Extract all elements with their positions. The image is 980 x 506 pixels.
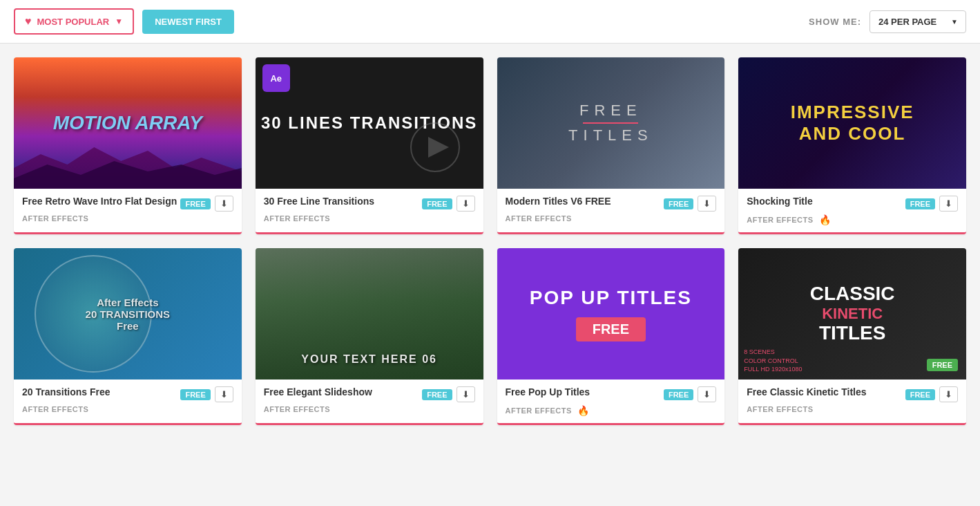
card-meta: AFTER EFFECTS bbox=[22, 405, 233, 413]
card-actions: FREE ⬇ bbox=[905, 386, 958, 402]
card-elegant-slideshow[interactable]: YOUR TEXT HERE 06 Free Elegant Slideshow… bbox=[256, 248, 483, 425]
card-meta: AFTER EFFECTS bbox=[264, 214, 475, 223]
card-thumbnail: MOTION ARRAY bbox=[14, 57, 242, 189]
card-retro-wave[interactable]: MOTION ARRAY Free Retro Wave Intro Flat … bbox=[14, 57, 242, 234]
card-actions: FREE ⬇ bbox=[422, 386, 474, 402]
card-thumbnail: FREE TITLES bbox=[497, 57, 725, 189]
card-actions: FREE ⬇ bbox=[180, 386, 233, 402]
free-badge: FREE bbox=[180, 198, 210, 209]
free-badge: FREE bbox=[905, 198, 935, 209]
card-category: AFTER EFFECTS bbox=[506, 214, 572, 223]
card-category: AFTER EFFECTS bbox=[506, 406, 572, 415]
modern-thumb-line1: FREE bbox=[579, 102, 642, 120]
card-thumbnail: POP UP TITLES FREE bbox=[497, 248, 725, 380]
card-title: Free Classic Kinetic Titles bbox=[747, 386, 866, 397]
card-shocking-title[interactable]: IMPRESSIVEAND COOL Shocking Title FREE ⬇… bbox=[738, 57, 966, 234]
popup-thumb-badge: FREE bbox=[576, 317, 646, 341]
card-meta: AFTER EFFECTS 🔥 bbox=[506, 405, 717, 416]
download-button[interactable]: ⬇ bbox=[215, 196, 233, 212]
kinetic-thumb-line2: KINETIC bbox=[810, 305, 895, 323]
download-button[interactable]: ⬇ bbox=[939, 386, 958, 402]
card-info: Free Elegant Slideshow FREE ⬇ AFTER EFFE… bbox=[256, 380, 483, 420]
card-meta: AFTER EFFECTS bbox=[264, 405, 475, 413]
transitions-thumb-text: After Effects20 TRANSITIONSFree bbox=[86, 297, 171, 332]
kinetic-thumb-badge: FREE bbox=[927, 359, 958, 371]
card-info: 30 Free Line Transitions FREE ⬇ AFTER EF… bbox=[256, 189, 483, 229]
card-category: AFTER EFFECTS bbox=[747, 216, 813, 224]
kinetic-thumb-line1: CLASSIC bbox=[810, 283, 895, 305]
slideshow-thumb-text: YOUR TEXT HERE 06 bbox=[301, 353, 437, 366]
toolbar: ♥ MOST POPULAR ▼ NEWEST FIRST SHOW ME: 1… bbox=[0, 0, 980, 44]
card-meta: AFTER EFFECTS 🔥 bbox=[747, 214, 958, 225]
fire-icon: 🔥 bbox=[577, 405, 589, 416]
show-me-label: SHOW ME: bbox=[809, 17, 861, 27]
card-info: Free Classic Kinetic Titles FREE ⬇ AFTER… bbox=[738, 380, 966, 420]
card-title: Shocking Title bbox=[747, 196, 812, 207]
card-title: 20 Transitions Free bbox=[22, 386, 111, 397]
retro-thumb-text: MOTION ARRAY bbox=[53, 112, 202, 134]
card-category: AFTER EFFECTS bbox=[22, 214, 88, 223]
card-title: 30 Free Line Transitions bbox=[264, 196, 374, 207]
card-title: Free Elegant Slideshow bbox=[264, 386, 372, 397]
card-title: Modern Titles V6 FREE bbox=[506, 196, 611, 207]
card-thumbnail: IMPRESSIVEAND COOL bbox=[738, 57, 966, 189]
download-button[interactable]: ⬇ bbox=[457, 386, 475, 402]
card-line-transitions[interactable]: Ae 30 LINES TRANSITIONS 30 Free Line Tra… bbox=[256, 57, 483, 234]
newest-filter-button[interactable]: NEWEST FIRST bbox=[142, 10, 234, 34]
free-badge: FREE bbox=[664, 198, 693, 209]
popup-thumb-title: POP UP TITLES bbox=[530, 287, 692, 309]
kinetic-thumb-line3: TITLES bbox=[810, 323, 895, 344]
popular-label: MOST POPULAR bbox=[37, 17, 110, 27]
modern-thumb-line2: TITLES bbox=[568, 126, 653, 144]
free-badge: FREE bbox=[905, 389, 935, 400]
ae-badge: Ae bbox=[262, 64, 290, 92]
card-title: Free Pop Up Titles bbox=[506, 386, 590, 397]
free-badge: FREE bbox=[422, 198, 452, 209]
download-button[interactable]: ⬇ bbox=[939, 196, 958, 212]
card-modern-titles[interactable]: FREE TITLES Modern Titles V6 FREE FREE ⬇… bbox=[497, 57, 725, 234]
svg-marker-3 bbox=[428, 137, 449, 158]
heart-icon: ♥ bbox=[25, 15, 32, 28]
card-info: Free Retro Wave Intro Flat Design FREE ⬇… bbox=[14, 189, 242, 229]
card-pop-up-titles[interactable]: POP UP TITLES FREE Free Pop Up Titles FR… bbox=[497, 248, 725, 425]
per-page-selector-wrapper: 12 PER PAGE 24 PER PAGE 48 PER PAGE bbox=[869, 10, 966, 33]
card-meta: AFTER EFFECTS bbox=[506, 214, 717, 223]
card-info: Shocking Title FREE ⬇ AFTER EFFECTS 🔥 bbox=[738, 189, 966, 232]
card-actions: FREE ⬇ bbox=[664, 386, 716, 402]
card-kinetic-titles[interactable]: CLASSIC KINETIC TITLES 8 SCENESCOLOR CON… bbox=[738, 248, 966, 425]
fire-icon: 🔥 bbox=[819, 214, 831, 225]
download-button[interactable]: ⬇ bbox=[215, 386, 233, 402]
free-badge: FREE bbox=[180, 389, 210, 400]
popular-filter-button[interactable]: ♥ MOST POPULAR ▼ bbox=[14, 8, 134, 35]
card-category: AFTER EFFECTS bbox=[264, 214, 330, 223]
card-category: AFTER EFFECTS bbox=[264, 405, 330, 413]
free-badge: FREE bbox=[664, 389, 693, 400]
card-thumbnail: CLASSIC KINETIC TITLES 8 SCENESCOLOR CON… bbox=[738, 248, 966, 380]
newest-label: NEWEST FIRST bbox=[155, 17, 222, 27]
download-button[interactable]: ⬇ bbox=[457, 196, 475, 212]
chevron-down-icon: ▼ bbox=[115, 17, 123, 26]
card-category: AFTER EFFECTS bbox=[22, 405, 88, 413]
card-actions: FREE ⬇ bbox=[180, 196, 233, 212]
card-thumbnail: YOUR TEXT HERE 06 bbox=[256, 248, 483, 380]
shocking-thumb-text: IMPRESSIVEAND COOL bbox=[791, 102, 914, 144]
per-page-select[interactable]: 12 PER PAGE 24 PER PAGE 48 PER PAGE bbox=[869, 10, 966, 33]
card-thumbnail: After Effects20 TRANSITIONSFree bbox=[14, 248, 242, 380]
card-thumbnail: Ae 30 LINES TRANSITIONS bbox=[256, 57, 483, 189]
free-badge: FREE bbox=[422, 389, 452, 400]
download-button[interactable]: ⬇ bbox=[698, 196, 716, 212]
kinetic-thumb-info: 8 SCENESCOLOR CONTROLFULL HD 1920x1080 bbox=[744, 348, 802, 374]
card-actions: FREE ⬇ bbox=[664, 196, 716, 212]
card-actions: FREE ⬇ bbox=[422, 196, 474, 212]
modern-thumb-divider bbox=[583, 122, 638, 124]
card-meta: AFTER EFFECTS bbox=[747, 405, 958, 413]
download-button[interactable]: ⬇ bbox=[698, 386, 716, 402]
card-transitions-free[interactable]: After Effects20 TRANSITIONSFree 20 Trans… bbox=[14, 248, 242, 425]
card-title: Free Retro Wave Intro Flat Design bbox=[22, 196, 177, 207]
card-actions: FREE ⬇ bbox=[905, 196, 958, 212]
card-info: 20 Transitions Free FREE ⬇ AFTER EFFECTS bbox=[14, 380, 242, 420]
card-grid: MOTION ARRAY Free Retro Wave Intro Flat … bbox=[0, 44, 980, 439]
card-meta: AFTER EFFECTS bbox=[22, 214, 233, 223]
card-info: Modern Titles V6 FREE FREE ⬇ AFTER EFFEC… bbox=[497, 189, 725, 229]
card-info: Free Pop Up Titles FREE ⬇ AFTER EFFECTS … bbox=[497, 380, 725, 423]
